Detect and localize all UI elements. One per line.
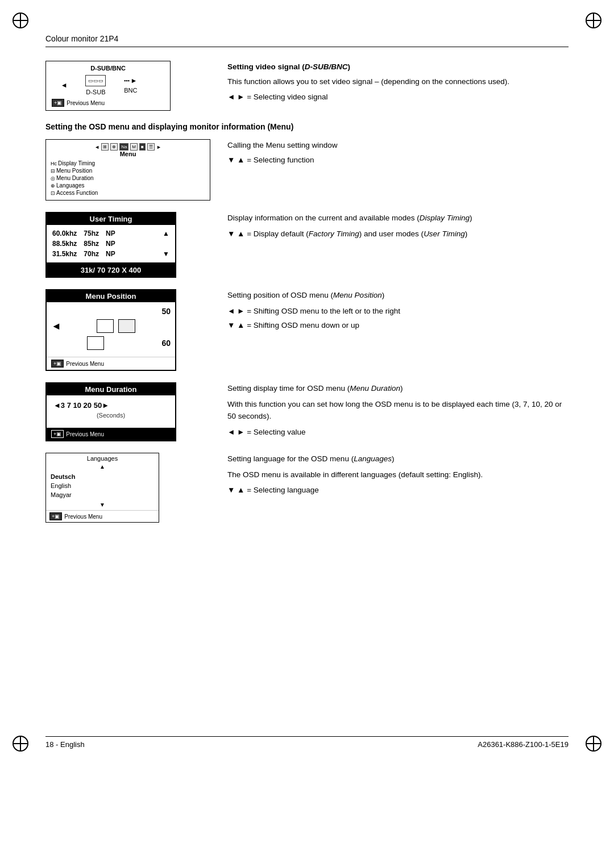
languages-text: Setting language for the OSD menu (Langu… [227,453,569,523]
user-timing-desc: Display information on the current and a… [227,212,569,224]
mp-arrow-note2: ▼ ▲ = Shifting OSD menu down or up [227,319,569,332]
mp-number-top: 50 [161,307,171,316]
languages-title: Languages [46,453,159,464]
osd-item-5: ⊡ Access Function [51,189,205,197]
menu-duration-header: Menu Duration [47,383,175,395]
md-arrow-note: ◄ ► = Selecting value [227,426,569,439]
osd-menu-title: Menu [51,151,205,157]
osd-menu-icon-bar: ◄ ⊞ ⊕ Na M ■ ☰ ► [51,143,205,151]
dsub-arrow-note: ◄ ► = Selecting video signal [227,91,569,103]
mp-prev-label: Previous Menu [66,361,104,367]
user-timing-arrow-note: ▼ ▲ = Display default (Factory Timing) a… [227,228,569,240]
dsub-box: D-SUB/BNC ◄ ▭▭▭ D-SUB ▪▪▪► BNC +▣ Previo [45,61,171,111]
languages-image: Languages ▲ Deutsch English Magyar ▼ +▣ … [45,453,210,523]
dsub-row: ◄ ▭▭▭ D-SUB ▪▪▪► BNC [52,75,164,95]
dsub-prev-label: Previous Menu [67,100,105,106]
menu-duration-section: Menu Duration ◄3 7 10 20 50► (Seconds) +… [45,382,569,441]
timing-row-1: 60.0khz 75hz NP ▲ [52,228,169,239]
lang-body: The OSD menu is available in different l… [227,469,569,481]
dsub-title: D-SUB/BNC [52,65,164,72]
languages-box: Languages ▲ Deutsch English Magyar ▼ +▣ … [45,453,159,523]
dsub-desc-label: Setting video signal (D-SUB/BNC) [227,62,350,71]
languages-section: Languages ▲ Deutsch English Magyar ▼ +▣ … [45,453,569,523]
menu-duration-image: Menu Duration ◄3 7 10 20 50► (Seconds) +… [45,382,210,441]
page-label: 18 - English [45,740,85,749]
menu-duration-text: Setting display time for OSD menu (Menu … [227,382,569,441]
user-timing-image: User Timing 60.0khz 75hz NP ▲ 88.5khz 85… [45,212,210,278]
user-timing-footer: 31k/ 70 720 X 400 [47,262,175,277]
reg-mark-tr [586,12,601,28]
page: Colour monitor 21P4 D-SUB/BNC ◄ ▭▭▭ D-SU… [0,0,614,868]
menu-position-box: Menu Position 50 ◄ [45,289,176,371]
dsub-right-label: BNC [124,87,137,94]
lang-item-3: Magyar [51,490,154,499]
osd-item-4: ⊕ Languages [51,182,205,189]
dsub-body: This function allows you to set video si… [227,76,569,88]
timing-row-3: 31.5khz 70hz NP ▼ [52,249,169,259]
dsub-italic: D-SUB/BNC [305,62,348,71]
mp-arrow-note1: ◄ ► = Shifting OSD menu to the left or t… [227,305,569,318]
dsub-arrow-left: ◄ [61,81,68,89]
mp-desc: Setting position of OSD menu (Menu Posit… [227,289,569,302]
osd-menu-text: Calling the Menu setting window ▼ ▲ = Se… [227,139,569,201]
doc-number: A26361-K886-Z100-1-5E19 [478,740,569,749]
mp-box-center [118,319,135,333]
reg-mark-bl [13,736,28,752]
timing-row-2: 88.5khz 85hz NP [52,239,169,249]
dsub-previous-menu: +▣ Previous Menu [52,99,164,107]
osd-menu-section: ◄ ⊞ ⊕ Na M ■ ☰ ► Menu Hc Display Timing … [45,139,569,201]
lang-desc: Setting language for the OSD menu (Langu… [227,453,569,465]
mp-number-right: 60 [161,339,171,348]
menu-duration-seconds: (Seconds) [53,412,168,419]
languages-previous: +▣ Previous Menu [46,510,159,522]
menu-position-section: Menu Position 50 ◄ [45,289,569,371]
lang-arrow-note: ▼ ▲ = Selecting language [227,484,569,496]
osd-item-3: ◎ Menu Duration [51,174,205,182]
page-footer: 18 - English A26361-K886-Z100-1-5E19 [45,736,569,749]
menu-duration-values: ◄3 7 10 20 50► [53,401,168,410]
reg-mark-br [586,736,601,752]
osd-heading: Setting the OSD menu and displaying moni… [45,122,569,131]
dsub-image: D-SUB/BNC ◄ ▭▭▭ D-SUB ▪▪▪► BNC +▣ Previo [45,61,210,111]
md-desc: Setting display time for OSD menu (Menu … [227,382,569,395]
menu-position-body: 50 ◄ 60 [47,302,175,354]
md-prev-label: Previous Menu [66,431,104,437]
osd-menu-image: ◄ ⊞ ⊕ Na M ■ ☰ ► Menu Hc Display Timing … [45,139,210,201]
dsub-left-label: D-SUB [86,89,105,95]
menu-duration-previous: +▣ Previous Menu [47,428,175,440]
lang-prev-label: Previous Menu [64,514,102,520]
md-body: With this function you can set how long … [227,398,569,423]
dsub-text: Setting video signal (D-SUB/BNC) This fu… [227,61,569,111]
menu-duration-box: Menu Duration ◄3 7 10 20 50► (Seconds) +… [45,382,176,441]
dsub-section: D-SUB/BNC ◄ ▭▭▭ D-SUB ▪▪▪► BNC +▣ Previo [45,61,569,111]
page-header: Colour monitor 21P4 [45,34,569,47]
menu-position-previous: +▣ Previous Menu [47,357,175,370]
user-timing-body: 60.0khz 75hz NP ▲ 88.5khz 85hz NP 31.5kh… [47,225,175,262]
osd-calling-text: Calling the Menu setting window [227,139,569,152]
osd-arrow-note: ▼ ▲ = Selecting function [227,154,569,166]
mp-box-bottom [87,336,104,350]
user-timing-box: User Timing 60.0khz 75hz NP ▲ 88.5khz 85… [45,212,176,278]
osd-menu-box: ◄ ⊞ ⊕ Na M ■ ☰ ► Menu Hc Display Timing … [45,139,210,201]
mp-box-left [97,319,114,333]
languages-list: Deutsch English Magyar [46,470,159,502]
reg-mark-tl [13,12,28,28]
lang-item-1: Deutsch [51,472,154,481]
menu-position-text: Setting position of OSD menu (Menu Posit… [227,289,569,371]
user-timing-section: User Timing 60.0khz 75hz NP ▲ 88.5khz 85… [45,212,569,278]
menu-position-image: Menu Position 50 ◄ [45,289,210,371]
mp-arrow-left: ◄ [51,320,61,332]
user-timing-text: Display information on the current and a… [227,212,569,278]
user-timing-header: User Timing [47,213,175,225]
page-title: Colour monitor 21P4 [45,34,118,43]
osd-item-1: Hc Display Timing [51,160,205,167]
lang-item-2: English [51,481,154,490]
menu-position-header: Menu Position [47,290,175,302]
osd-item-2: ⊟ Menu Position [51,167,205,174]
menu-duration-body: ◄3 7 10 20 50► (Seconds) [47,395,175,428]
